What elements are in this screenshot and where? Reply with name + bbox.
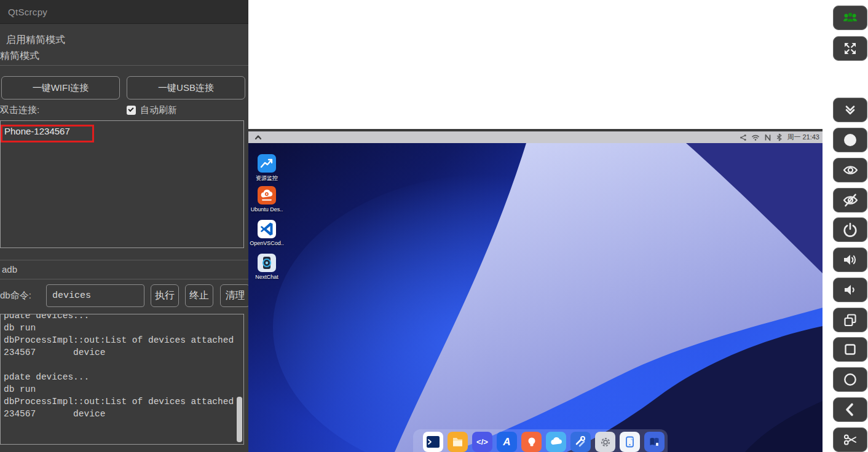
panel-caret-icon[interactable] bbox=[254, 133, 262, 141]
screen-off-button[interactable] bbox=[833, 188, 867, 212]
log-lines: pdate devices... db run dbProcessImpl::o… bbox=[4, 314, 243, 420]
mirror-screen[interactable]: 周一 21:43 bbox=[248, 129, 823, 452]
adb-command-label: db命令: bbox=[0, 290, 31, 302]
simple-mode-group-label: 精简模式 bbox=[0, 50, 39, 63]
double-click-connect-label: 双击连接: bbox=[0, 104, 39, 116]
window-title: QtScrcpy bbox=[0, 0, 248, 24]
adb-clear-button[interactable]: 清理 bbox=[220, 284, 248, 307]
volume-down-button[interactable] bbox=[833, 278, 867, 302]
dock-reminder-icon[interactable] bbox=[521, 432, 542, 452]
log-line: dbProcessImpl::out:List of devices attac… bbox=[4, 334, 243, 346]
dock-settings-icon[interactable] bbox=[595, 432, 615, 452]
menu-button[interactable] bbox=[833, 337, 867, 362]
highlight-annotation-box bbox=[1, 125, 94, 142]
dock-toolbox-icon[interactable] bbox=[570, 432, 591, 452]
bluetooth-icon bbox=[776, 133, 783, 141]
log-line: dbProcessImpl::out:List of devices attac… bbox=[4, 395, 243, 408]
back-button[interactable] bbox=[833, 397, 867, 422]
auto-refresh-checkbox[interactable] bbox=[127, 106, 136, 115]
adb-log-output[interactable]: pdate devices... db run dbProcessImpl::o… bbox=[0, 314, 244, 445]
window-titlebar[interactable]: QtScrcpy bbox=[0, 0, 248, 24]
log-line: pdate devices... bbox=[4, 371, 243, 383]
desktop-icon-label: NextChat bbox=[250, 274, 284, 280]
screen-on-button[interactable] bbox=[833, 158, 867, 182]
status-icons: 周一 21:43 bbox=[740, 131, 819, 143]
adb-group-divider bbox=[0, 279, 248, 279]
resource-monitor-icon bbox=[258, 154, 276, 173]
log-line: 234567 device bbox=[4, 346, 243, 359]
dock-files-icon[interactable] bbox=[448, 432, 468, 452]
desktop-icon-label: OpenVSCod.. bbox=[250, 240, 284, 246]
power-button[interactable] bbox=[833, 217, 867, 242]
desktop-icon-label: 资源监控 bbox=[250, 174, 284, 182]
app-switch-button[interactable] bbox=[833, 308, 867, 332]
desktop-icon-label: Ubuntu Des.. bbox=[250, 206, 284, 212]
checkmark-icon bbox=[128, 106, 133, 112]
dock-code-editor-icon[interactable]: </> bbox=[472, 432, 492, 452]
dock-app-store-icon[interactable]: A bbox=[497, 432, 517, 452]
vscode-icon bbox=[258, 220, 276, 238]
qtscrcpy-panel: QtScrcpy 启用精简模式 精简模式 一键WIFI连接 一键USB连接 双击… bbox=[0, 0, 248, 452]
wifi-icon bbox=[751, 134, 760, 141]
log-line: db run bbox=[4, 383, 243, 395]
wifi-connect-button[interactable]: 一键WIFI连接 bbox=[1, 76, 120, 99]
log-line bbox=[4, 359, 243, 371]
log-line: 234567 device bbox=[4, 408, 243, 420]
desktop-icon-open-vscode[interactable]: OpenVSCod.. bbox=[250, 220, 284, 246]
desktop-icon-nextchat[interactable]: NextChat bbox=[250, 254, 284, 280]
dock-device-manager-icon[interactable] bbox=[620, 432, 640, 452]
touch-point-button[interactable] bbox=[833, 128, 867, 152]
desktop-icon-resource-monitor[interactable]: 资源监控 bbox=[250, 154, 284, 182]
enable-simple-mode-label[interactable]: 启用精简模式 bbox=[6, 34, 65, 47]
nextchat-icon bbox=[258, 254, 276, 272]
auto-refresh-label[interactable]: 自动刷新 bbox=[140, 104, 177, 116]
scrollbar-thumb[interactable] bbox=[237, 397, 242, 442]
log-line: pdate devices... bbox=[4, 314, 243, 322]
desktop-wallpaper bbox=[248, 143, 823, 452]
adb-group-border bbox=[0, 260, 248, 260]
desktop-icon-ubuntu-desktop[interactable]: Ubuntu Des.. bbox=[250, 186, 284, 212]
volume-up-button[interactable] bbox=[833, 247, 867, 272]
log-line: db run bbox=[4, 322, 243, 334]
home-button[interactable] bbox=[833, 367, 867, 392]
adb-group-title: adb bbox=[2, 264, 17, 275]
device-list[interactable]: Phone-1234567 bbox=[0, 120, 244, 248]
group-control-button[interactable] bbox=[833, 6, 867, 30]
adb-stop-button[interactable]: 终止 bbox=[185, 284, 213, 307]
full-screen-button[interactable] bbox=[833, 36, 867, 61]
network-icon bbox=[740, 134, 747, 141]
input-indicator-icon bbox=[764, 134, 771, 141]
status-clock: 周一 21:43 bbox=[787, 133, 819, 142]
ubuntu-desktop-icon bbox=[258, 186, 276, 205]
adb-command-input[interactable] bbox=[46, 284, 144, 307]
screenshot-button[interactable] bbox=[833, 427, 867, 452]
collapse-button[interactable] bbox=[833, 98, 867, 122]
usb-connect-button[interactable]: 一键USB连接 bbox=[127, 76, 245, 99]
dock-cloud-icon[interactable] bbox=[546, 432, 566, 452]
dock-terminal-icon[interactable] bbox=[423, 432, 443, 452]
group-divider bbox=[0, 65, 248, 66]
app-root: QtScrcpy 启用精简模式 精简模式 一键WIFI连接 一键USB连接 双击… bbox=[0, 0, 868, 452]
adb-execute-button[interactable]: 执行 bbox=[151, 284, 179, 307]
dock-reader-icon[interactable] bbox=[644, 432, 665, 452]
mirror-status-bar: 周一 21:43 bbox=[248, 131, 823, 143]
